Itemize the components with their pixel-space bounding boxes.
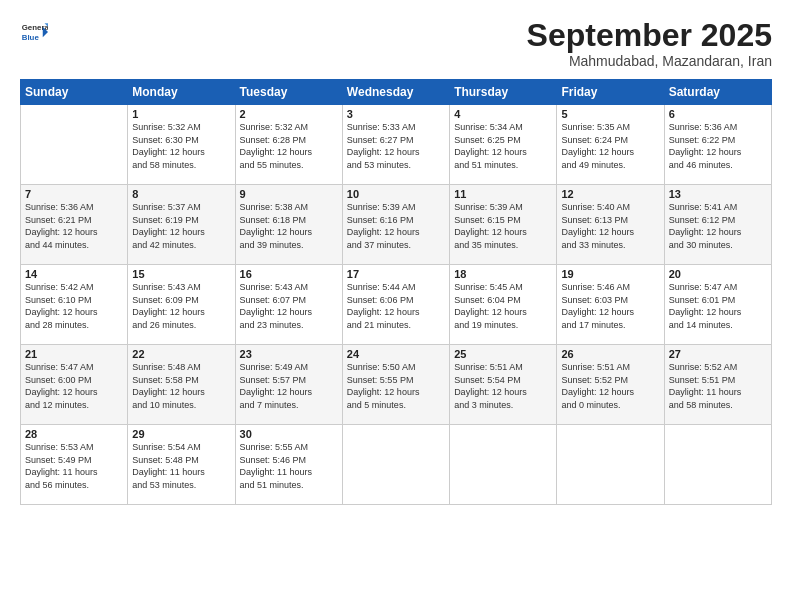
day-number: 20 <box>669 268 767 280</box>
calendar-cell: 23Sunrise: 5:49 AM Sunset: 5:57 PM Dayli… <box>235 345 342 425</box>
day-info: Sunrise: 5:51 AM Sunset: 5:54 PM Dayligh… <box>454 361 552 411</box>
calendar-cell <box>557 425 664 505</box>
calendar-cell: 25Sunrise: 5:51 AM Sunset: 5:54 PM Dayli… <box>450 345 557 425</box>
calendar-cell: 27Sunrise: 5:52 AM Sunset: 5:51 PM Dayli… <box>664 345 771 425</box>
calendar-cell: 22Sunrise: 5:48 AM Sunset: 5:58 PM Dayli… <box>128 345 235 425</box>
calendar-cell: 4Sunrise: 5:34 AM Sunset: 6:25 PM Daylig… <box>450 105 557 185</box>
logo-icon: General Blue <box>20 18 48 46</box>
day-info: Sunrise: 5:39 AM Sunset: 6:16 PM Dayligh… <box>347 201 445 251</box>
day-info: Sunrise: 5:46 AM Sunset: 6:03 PM Dayligh… <box>561 281 659 331</box>
calendar-cell: 16Sunrise: 5:43 AM Sunset: 6:07 PM Dayli… <box>235 265 342 345</box>
day-info: Sunrise: 5:47 AM Sunset: 6:01 PM Dayligh… <box>669 281 767 331</box>
day-info: Sunrise: 5:51 AM Sunset: 5:52 PM Dayligh… <box>561 361 659 411</box>
day-info: Sunrise: 5:45 AM Sunset: 6:04 PM Dayligh… <box>454 281 552 331</box>
calendar-cell: 29Sunrise: 5:54 AM Sunset: 5:48 PM Dayli… <box>128 425 235 505</box>
day-info: Sunrise: 5:43 AM Sunset: 6:09 PM Dayligh… <box>132 281 230 331</box>
weekday-header-friday: Friday <box>557 80 664 105</box>
day-info: Sunrise: 5:44 AM Sunset: 6:06 PM Dayligh… <box>347 281 445 331</box>
weekday-header-wednesday: Wednesday <box>342 80 449 105</box>
day-info: Sunrise: 5:37 AM Sunset: 6:19 PM Dayligh… <box>132 201 230 251</box>
calendar-cell: 21Sunrise: 5:47 AM Sunset: 6:00 PM Dayli… <box>21 345 128 425</box>
day-number: 23 <box>240 348 338 360</box>
weekday-header-tuesday: Tuesday <box>235 80 342 105</box>
day-number: 16 <box>240 268 338 280</box>
weekday-header-sunday: Sunday <box>21 80 128 105</box>
calendar-cell: 24Sunrise: 5:50 AM Sunset: 5:55 PM Dayli… <box>342 345 449 425</box>
calendar-cell: 7Sunrise: 5:36 AM Sunset: 6:21 PM Daylig… <box>21 185 128 265</box>
day-number: 3 <box>347 108 445 120</box>
day-number: 6 <box>669 108 767 120</box>
day-info: Sunrise: 5:50 AM Sunset: 5:55 PM Dayligh… <box>347 361 445 411</box>
weekday-header-monday: Monday <box>128 80 235 105</box>
day-number: 1 <box>132 108 230 120</box>
logo: General Blue <box>20 18 48 46</box>
day-number: 24 <box>347 348 445 360</box>
day-number: 28 <box>25 428 123 440</box>
day-number: 29 <box>132 428 230 440</box>
calendar-cell: 10Sunrise: 5:39 AM Sunset: 6:16 PM Dayli… <box>342 185 449 265</box>
day-number: 26 <box>561 348 659 360</box>
day-number: 7 <box>25 188 123 200</box>
calendar-cell: 5Sunrise: 5:35 AM Sunset: 6:24 PM Daylig… <box>557 105 664 185</box>
calendar-cell: 9Sunrise: 5:38 AM Sunset: 6:18 PM Daylig… <box>235 185 342 265</box>
calendar-cell: 3Sunrise: 5:33 AM Sunset: 6:27 PM Daylig… <box>342 105 449 185</box>
day-number: 15 <box>132 268 230 280</box>
day-info: Sunrise: 5:48 AM Sunset: 5:58 PM Dayligh… <box>132 361 230 411</box>
calendar-cell: 18Sunrise: 5:45 AM Sunset: 6:04 PM Dayli… <box>450 265 557 345</box>
day-number: 5 <box>561 108 659 120</box>
day-info: Sunrise: 5:32 AM Sunset: 6:30 PM Dayligh… <box>132 121 230 171</box>
day-info: Sunrise: 5:39 AM Sunset: 6:15 PM Dayligh… <box>454 201 552 251</box>
calendar-cell: 2Sunrise: 5:32 AM Sunset: 6:28 PM Daylig… <box>235 105 342 185</box>
weekday-header-saturday: Saturday <box>664 80 771 105</box>
day-info: Sunrise: 5:42 AM Sunset: 6:10 PM Dayligh… <box>25 281 123 331</box>
day-info: Sunrise: 5:38 AM Sunset: 6:18 PM Dayligh… <box>240 201 338 251</box>
calendar-cell: 14Sunrise: 5:42 AM Sunset: 6:10 PM Dayli… <box>21 265 128 345</box>
day-info: Sunrise: 5:54 AM Sunset: 5:48 PM Dayligh… <box>132 441 230 491</box>
svg-text:Blue: Blue <box>22 33 40 42</box>
month-title: September 2025 <box>527 18 772 53</box>
calendar-cell: 26Sunrise: 5:51 AM Sunset: 5:52 PM Dayli… <box>557 345 664 425</box>
title-block: September 2025 Mahmudabad, Mazandaran, I… <box>527 18 772 69</box>
calendar: SundayMondayTuesdayWednesdayThursdayFrid… <box>20 79 772 505</box>
day-number: 25 <box>454 348 552 360</box>
day-info: Sunrise: 5:32 AM Sunset: 6:28 PM Dayligh… <box>240 121 338 171</box>
calendar-cell: 11Sunrise: 5:39 AM Sunset: 6:15 PM Dayli… <box>450 185 557 265</box>
day-info: Sunrise: 5:33 AM Sunset: 6:27 PM Dayligh… <box>347 121 445 171</box>
calendar-cell: 15Sunrise: 5:43 AM Sunset: 6:09 PM Dayli… <box>128 265 235 345</box>
calendar-cell <box>664 425 771 505</box>
day-info: Sunrise: 5:55 AM Sunset: 5:46 PM Dayligh… <box>240 441 338 491</box>
calendar-cell: 19Sunrise: 5:46 AM Sunset: 6:03 PM Dayli… <box>557 265 664 345</box>
calendar-cell: 8Sunrise: 5:37 AM Sunset: 6:19 PM Daylig… <box>128 185 235 265</box>
day-number: 11 <box>454 188 552 200</box>
day-number: 22 <box>132 348 230 360</box>
day-info: Sunrise: 5:47 AM Sunset: 6:00 PM Dayligh… <box>25 361 123 411</box>
day-number: 10 <box>347 188 445 200</box>
calendar-cell <box>450 425 557 505</box>
day-number: 27 <box>669 348 767 360</box>
calendar-cell: 6Sunrise: 5:36 AM Sunset: 6:22 PM Daylig… <box>664 105 771 185</box>
day-info: Sunrise: 5:36 AM Sunset: 6:22 PM Dayligh… <box>669 121 767 171</box>
day-number: 14 <box>25 268 123 280</box>
day-number: 19 <box>561 268 659 280</box>
day-info: Sunrise: 5:35 AM Sunset: 6:24 PM Dayligh… <box>561 121 659 171</box>
day-number: 17 <box>347 268 445 280</box>
day-number: 12 <box>561 188 659 200</box>
calendar-cell: 1Sunrise: 5:32 AM Sunset: 6:30 PM Daylig… <box>128 105 235 185</box>
calendar-cell: 13Sunrise: 5:41 AM Sunset: 6:12 PM Dayli… <box>664 185 771 265</box>
day-info: Sunrise: 5:34 AM Sunset: 6:25 PM Dayligh… <box>454 121 552 171</box>
day-info: Sunrise: 5:49 AM Sunset: 5:57 PM Dayligh… <box>240 361 338 411</box>
calendar-cell: 30Sunrise: 5:55 AM Sunset: 5:46 PM Dayli… <box>235 425 342 505</box>
day-info: Sunrise: 5:40 AM Sunset: 6:13 PM Dayligh… <box>561 201 659 251</box>
day-info: Sunrise: 5:53 AM Sunset: 5:49 PM Dayligh… <box>25 441 123 491</box>
calendar-cell: 20Sunrise: 5:47 AM Sunset: 6:01 PM Dayli… <box>664 265 771 345</box>
day-number: 30 <box>240 428 338 440</box>
day-number: 18 <box>454 268 552 280</box>
day-number: 4 <box>454 108 552 120</box>
day-number: 9 <box>240 188 338 200</box>
day-number: 2 <box>240 108 338 120</box>
calendar-cell: 28Sunrise: 5:53 AM Sunset: 5:49 PM Dayli… <box>21 425 128 505</box>
calendar-cell <box>342 425 449 505</box>
weekday-header-thursday: Thursday <box>450 80 557 105</box>
calendar-cell: 17Sunrise: 5:44 AM Sunset: 6:06 PM Dayli… <box>342 265 449 345</box>
day-info: Sunrise: 5:36 AM Sunset: 6:21 PM Dayligh… <box>25 201 123 251</box>
